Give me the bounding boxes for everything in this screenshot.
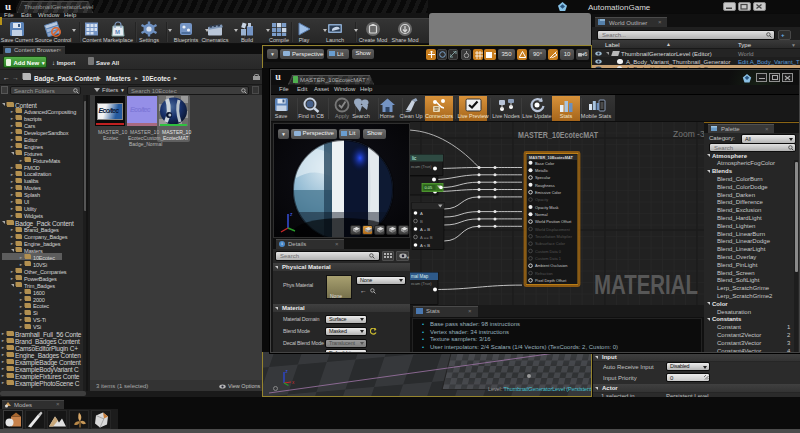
svg-text:MASTER_10EcotecMAT: MASTER_10EcotecMAT bbox=[518, 129, 598, 139]
svg-text:Ambient Occlusion: Ambient Occlusion bbox=[535, 263, 567, 268]
svg-text:x: x bbox=[292, 380, 295, 385]
svg-text:MASTER_10EcotecMAT: MASTER_10EcotecMAT bbox=[529, 154, 573, 159]
svg-text:lic: lic bbox=[412, 156, 417, 161]
svg-text:World Displacement: World Displacement bbox=[535, 226, 571, 231]
svg-text:Specular: Specular bbox=[535, 175, 551, 180]
svg-text:A + B: A + B bbox=[420, 227, 430, 232]
svg-text:Tessellation Multiplier: Tessellation Multiplier bbox=[535, 234, 573, 239]
svg-text:Roughness: Roughness bbox=[535, 182, 555, 187]
svg-text:Pixel Depth Offset: Pixel Depth Offset bbox=[535, 278, 567, 283]
svg-text:Subsurface Color: Subsurface Color bbox=[535, 241, 566, 246]
svg-text:Opacity: Opacity bbox=[535, 197, 548, 202]
svg-text:M: M bbox=[115, 29, 120, 35]
svg-text:z: z bbox=[290, 211, 293, 217]
svg-text:Custom Data 0: Custom Data 0 bbox=[535, 248, 562, 253]
svg-text:Zoom -3: Zoom -3 bbox=[673, 129, 705, 139]
svg-text:Custom Data 1: Custom Data 1 bbox=[535, 256, 561, 261]
svg-text:ecam (True): ecam (True) bbox=[411, 164, 432, 168]
svg-text:World Position Offset: World Position Offset bbox=[535, 219, 572, 224]
svg-text:mal Map: mal Map bbox=[411, 274, 429, 279]
svg-text:MATERIAL: MATERIAL bbox=[594, 270, 698, 300]
svg-text:B: B bbox=[420, 219, 423, 224]
svg-text:Refraction: Refraction bbox=[535, 270, 553, 275]
svg-text:0.05: 0.05 bbox=[425, 185, 434, 190]
svg-text:Normal: Normal bbox=[535, 211, 548, 216]
svg-text:Base Color: Base Color bbox=[535, 160, 555, 165]
svg-text:A < B: A < B bbox=[420, 243, 430, 248]
svg-text:A: A bbox=[420, 211, 423, 216]
svg-text:Metallic: Metallic bbox=[535, 167, 548, 172]
svg-text:A == B: A == B bbox=[420, 235, 433, 240]
svg-text:ecam (True): ecam (True) bbox=[411, 282, 432, 286]
svg-text:z: z bbox=[286, 369, 289, 374]
svg-text:Emissive Color: Emissive Color bbox=[535, 189, 562, 194]
svg-text:Opacity Mask: Opacity Mask bbox=[535, 204, 559, 209]
